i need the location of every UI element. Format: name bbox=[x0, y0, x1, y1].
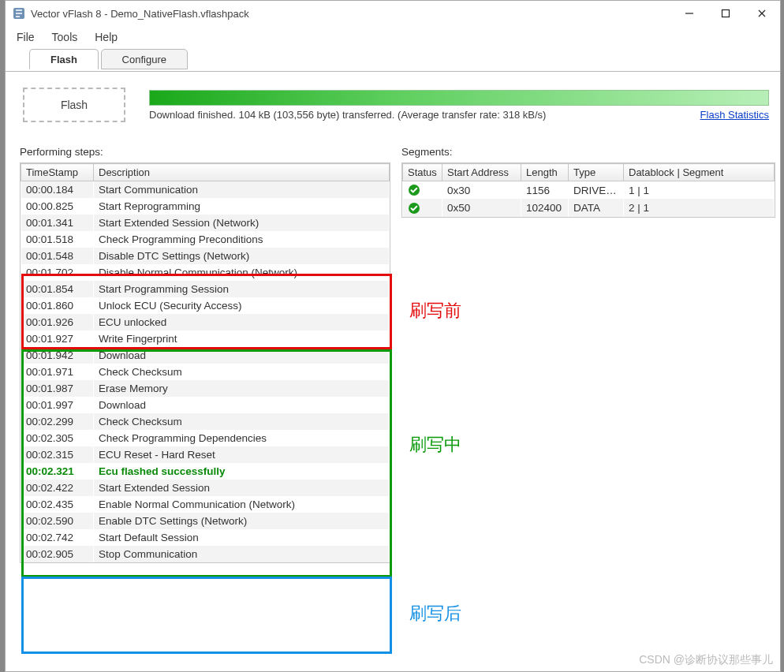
app-icon bbox=[12, 6, 26, 21]
minimize-icon bbox=[685, 9, 694, 18]
flash-button-label: Flash bbox=[61, 99, 88, 111]
step-timestamp: 00:01.548 bbox=[21, 248, 94, 264]
step-description: ECU Reset - Hard Reset bbox=[94, 446, 390, 463]
table-row[interactable]: 00:01.860Unlock ECU (Security Access) bbox=[21, 297, 390, 314]
step-description: Start Extended Session (Network) bbox=[94, 215, 390, 231]
close-icon bbox=[757, 9, 767, 18]
table-row[interactable]: 00:02.435Enable Normal Communication (Ne… bbox=[21, 496, 390, 513]
step-description: Check Checksum bbox=[94, 364, 390, 380]
step-timestamp: 00:01.860 bbox=[21, 297, 94, 314]
step-timestamp: 00:02.315 bbox=[21, 446, 94, 463]
table-row[interactable]: 00:02.590Enable DTC Settings (Network) bbox=[21, 513, 390, 529]
seg-col-start[interactable]: Start Address bbox=[442, 164, 521, 181]
seg-start: 0x30 bbox=[442, 181, 521, 200]
table-row[interactable]: 00:02.422Start Extended Session bbox=[21, 480, 390, 496]
flash-statistics-link[interactable]: Flash Statistics bbox=[700, 109, 769, 121]
seg-datablock: 1 | 1 bbox=[624, 181, 775, 200]
table-row[interactable]: 00:01.997Download bbox=[21, 397, 390, 413]
segments-label: Segments: bbox=[401, 146, 775, 158]
step-timestamp: 00:01.942 bbox=[21, 347, 94, 364]
step-timestamp: 00:00.825 bbox=[21, 198, 94, 215]
steps-col-timestamp[interactable]: TimeStamp bbox=[21, 164, 94, 181]
step-timestamp: 00:02.590 bbox=[21, 513, 94, 529]
seg-status bbox=[403, 181, 442, 200]
step-timestamp: 00:01.997 bbox=[21, 397, 94, 413]
seg-col-datablock[interactable]: Datablock | Segment bbox=[624, 164, 775, 181]
table-row[interactable]: 00:01.987Erase Memory bbox=[21, 380, 390, 397]
seg-col-length[interactable]: Length bbox=[521, 164, 569, 181]
step-timestamp: 00:02.742 bbox=[21, 529, 94, 546]
minimize-button[interactable] bbox=[671, 1, 707, 26]
table-row[interactable]: 00:02.315ECU Reset - Hard Reset bbox=[21, 446, 390, 463]
steps-col-description[interactable]: Description bbox=[94, 164, 390, 181]
app-window: Vector vFlash 8 - Demo_NativeFlash.vflas… bbox=[5, 0, 781, 672]
step-timestamp: 00:01.341 bbox=[21, 215, 94, 231]
step-description: Start Communication bbox=[94, 181, 390, 199]
segments-table: Status Start Address Length Type Datablo… bbox=[401, 162, 775, 218]
table-row[interactable]: 00:02.299Check Checksum bbox=[21, 413, 390, 430]
maximize-icon bbox=[721, 9, 730, 18]
close-button[interactable] bbox=[744, 1, 780, 26]
step-description: Start Programming Session bbox=[94, 281, 390, 297]
seg-datablock: 2 | 1 bbox=[624, 199, 775, 216]
table-row[interactable]: 00:01.702Disable Normal Communication (N… bbox=[21, 264, 390, 281]
tab-flash[interactable]: Flash bbox=[29, 49, 99, 69]
step-description: Enable DTC Settings (Network) bbox=[94, 513, 390, 529]
step-description: Write Fingerprint bbox=[94, 330, 390, 347]
table-row[interactable]: 00:01.548Disable DTC Settings (Network) bbox=[21, 248, 390, 264]
menu-file[interactable]: File bbox=[17, 31, 35, 43]
step-timestamp: 00:00.184 bbox=[21, 181, 94, 199]
step-description: Enable Normal Communication (Network) bbox=[94, 496, 390, 513]
step-timestamp: 00:02.299 bbox=[21, 413, 94, 430]
table-row[interactable]: 00:01.854Start Programming Session bbox=[21, 281, 390, 297]
step-description: Ecu flashed successfully bbox=[94, 463, 390, 480]
table-row[interactable]: 00:01.942Download bbox=[21, 347, 390, 364]
titlebar: Vector vFlash 8 - Demo_NativeFlash.vflas… bbox=[6, 1, 780, 26]
step-description: Disable Normal Communication (Network) bbox=[94, 264, 390, 281]
step-timestamp: 00:02.905 bbox=[21, 546, 94, 562]
table-row[interactable]: 0x301156DRIVER 11 | 1 bbox=[403, 181, 775, 200]
table-row[interactable]: 00:02.742Start Default Session bbox=[21, 529, 390, 546]
seg-col-type[interactable]: Type bbox=[569, 164, 624, 181]
seg-type: DATA bbox=[569, 199, 624, 216]
tab-configure[interactable]: Configure bbox=[101, 49, 188, 69]
svg-rect-1 bbox=[722, 10, 730, 17]
seg-length: 102400 bbox=[521, 199, 569, 216]
window-title: Vector vFlash 8 - Demo_NativeFlash.vflas… bbox=[31, 8, 249, 20]
table-row[interactable]: 00:01.518Check Programming Preconditions bbox=[21, 231, 390, 248]
step-description: Start Extended Session bbox=[94, 480, 390, 496]
step-description: Start Reprogramming bbox=[94, 198, 390, 215]
flash-button[interactable]: Flash bbox=[23, 88, 125, 122]
menu-tools[interactable]: Tools bbox=[52, 31, 78, 43]
step-description: ECU unlocked bbox=[94, 314, 390, 330]
seg-length: 1156 bbox=[521, 181, 569, 200]
step-timestamp: 00:02.305 bbox=[21, 430, 94, 446]
progress-bar bbox=[149, 90, 769, 106]
maximize-button[interactable] bbox=[707, 1, 744, 26]
step-timestamp: 00:01.971 bbox=[21, 364, 94, 380]
tabstrip: Flash Configure bbox=[6, 48, 780, 72]
menu-help[interactable]: Help bbox=[95, 31, 118, 43]
tab-configure-label: Configure bbox=[122, 54, 166, 65]
table-row[interactable]: 0x50102400DATA2 | 1 bbox=[403, 199, 775, 216]
table-row[interactable]: 00:02.321Ecu flashed successfully bbox=[21, 463, 390, 480]
step-description: Download bbox=[94, 397, 390, 413]
seg-start: 0x50 bbox=[442, 199, 521, 216]
status-row: Flash Download finished. 104 kB (103,556… bbox=[6, 72, 780, 132]
table-row[interactable]: 00:02.905Stop Communication bbox=[21, 546, 390, 562]
step-description: Erase Memory bbox=[94, 380, 390, 397]
table-row[interactable]: 00:00.184Start Communication bbox=[21, 181, 390, 199]
step-description: Start Default Session bbox=[94, 529, 390, 546]
watermark: CSDN @诊断协议那些事儿 bbox=[639, 653, 773, 667]
table-row[interactable]: 00:01.341Start Extended Session (Network… bbox=[21, 215, 390, 231]
step-description: Check Checksum bbox=[94, 413, 390, 430]
step-timestamp: 00:02.321 bbox=[21, 463, 94, 480]
table-row[interactable]: 00:01.926ECU unlocked bbox=[21, 314, 390, 330]
table-row[interactable]: 00:01.971Check Checksum bbox=[21, 364, 390, 380]
step-timestamp: 00:01.927 bbox=[21, 330, 94, 347]
table-row[interactable]: 00:00.825Start Reprogramming bbox=[21, 198, 390, 215]
step-timestamp: 00:01.854 bbox=[21, 281, 94, 297]
seg-col-status[interactable]: Status bbox=[403, 164, 442, 181]
table-row[interactable]: 00:01.927Write Fingerprint bbox=[21, 330, 390, 347]
table-row[interactable]: 00:02.305Check Programming Dependencies bbox=[21, 430, 390, 446]
